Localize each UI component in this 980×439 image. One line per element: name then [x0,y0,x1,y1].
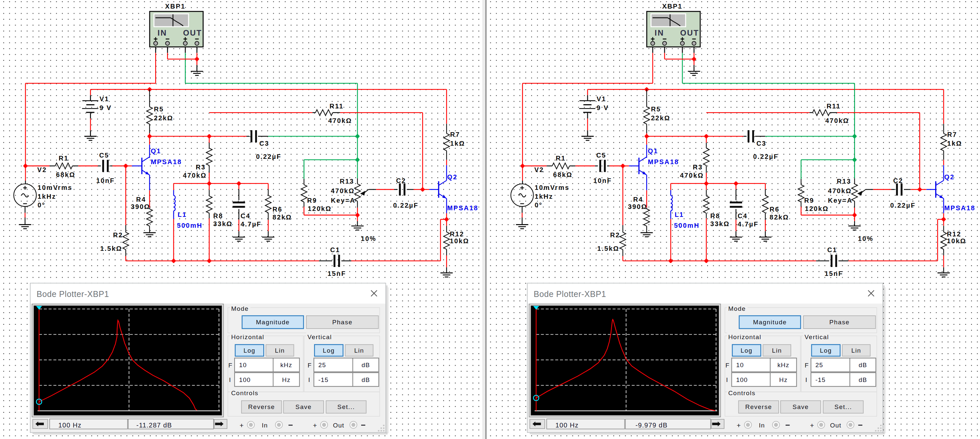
svg-text:-9.979 dB: -9.979 dB [635,422,668,429]
svg-text:-11.287 dB: -11.287 dB [137,422,172,429]
